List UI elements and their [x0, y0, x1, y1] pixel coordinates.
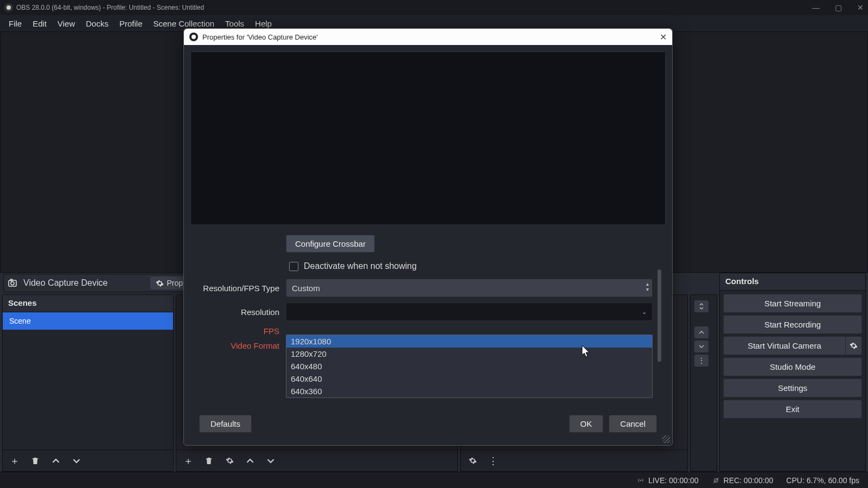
- mixer-toolbar: ⋮: [461, 450, 687, 471]
- transition-menu-button[interactable]: ⋮: [694, 355, 709, 367]
- vcam-settings-button[interactable]: [845, 337, 861, 355]
- status-rec: REC: 00:00:00: [712, 476, 774, 485]
- start-recording-button[interactable]: Start Recording: [723, 315, 862, 334]
- resolution-type-label: Resolution/FPS Type: [194, 284, 286, 293]
- resolution-option[interactable]: 1280x720: [286, 348, 652, 360]
- menu-view[interactable]: View: [52, 17, 80, 30]
- video-format-label: Video Format: [194, 341, 286, 350]
- ok-button[interactable]: OK: [569, 415, 604, 433]
- device-preview: [190, 52, 666, 225]
- controls-header: Controls: [720, 273, 865, 291]
- dialog-scrollbar[interactable]: [658, 269, 661, 362]
- gear-icon: [156, 279, 164, 287]
- resolution-select[interactable]: ⌄: [286, 303, 653, 321]
- close-window-icon[interactable]: ✕: [857, 3, 864, 12]
- duration-up-button[interactable]: [694, 326, 709, 338]
- source-item-bar[interactable]: Video Capture Device Prop: [3, 274, 193, 292]
- scene-item[interactable]: Scene: [3, 312, 173, 330]
- scene-down-button[interactable]: [69, 453, 84, 468]
- start-virtual-camera-button[interactable]: Start Virtual Camera: [723, 336, 862, 355]
- resolution-label: Resolution: [194, 307, 286, 317]
- resolution-option[interactable]: 1920x1080: [286, 335, 652, 348]
- transitions-panel: ⋮: [690, 294, 717, 472]
- resize-grip[interactable]: [662, 435, 670, 443]
- remove-scene-button[interactable]: [28, 453, 43, 468]
- mixer-menu-button[interactable]: ⋮: [486, 453, 501, 468]
- source-down-button[interactable]: [263, 453, 278, 468]
- studio-mode-button[interactable]: Studio Mode: [723, 357, 862, 376]
- window-title-text: OBS 28.0.0 (64-bit, windows) - Profile: …: [16, 4, 204, 11]
- maximize-icon[interactable]: ▢: [835, 3, 842, 12]
- settings-button[interactable]: Settings: [723, 378, 862, 397]
- deactivate-checkbox[interactable]: [289, 262, 298, 271]
- status-bar: LIVE: 00:00:00 REC: 00:00:00 CPU: 6.7%, …: [0, 472, 868, 488]
- controls-panel: Controls Start Streaming Start Recording…: [719, 273, 866, 472]
- chevron-down-icon: ⌄: [642, 309, 647, 316]
- dialog-titlebar[interactable]: Properties for 'Video Capture Device' ✕: [184, 29, 672, 45]
- duration-down-button[interactable]: [694, 341, 709, 352]
- source-up-button[interactable]: [242, 453, 258, 468]
- transition-spin-button[interactable]: [694, 300, 709, 312]
- svg-rect-0: [9, 280, 16, 286]
- properties-button[interactable]: Prop: [150, 277, 188, 290]
- window-titlebar: OBS 28.0.0 (64-bit, windows) - Profile: …: [0, 0, 868, 15]
- resolution-type-value: Custom: [292, 284, 320, 293]
- dialog-close-button[interactable]: ✕: [660, 32, 667, 42]
- scenes-panel: Scenes Scene ＋: [2, 294, 174, 472]
- cancel-button[interactable]: Cancel: [609, 415, 657, 433]
- app-icon: [189, 33, 198, 41]
- source-properties-button[interactable]: [222, 453, 237, 468]
- properties-dialog: Properties for 'Video Capture Device' ✕ …: [183, 28, 673, 446]
- start-vcam-label: Start Virtual Camera: [726, 341, 843, 350]
- resolution-option[interactable]: 640x480: [286, 360, 652, 373]
- scene-up-button[interactable]: [48, 453, 63, 468]
- sources-toolbar: ＋: [176, 450, 457, 471]
- mixer-settings-button[interactable]: [465, 453, 480, 468]
- minimize-icon[interactable]: —: [812, 3, 820, 12]
- source-item-label: Video Capture Device: [23, 278, 107, 288]
- deactivate-label: Deactivate when not showing: [304, 261, 417, 271]
- menu-edit[interactable]: Edit: [27, 17, 52, 30]
- camera-icon: [8, 279, 19, 287]
- svg-point-1: [11, 282, 14, 285]
- resolution-option[interactable]: 640x640: [286, 373, 652, 385]
- record-icon: [712, 476, 720, 485]
- menu-file[interactable]: File: [3, 17, 27, 30]
- resolution-type-select[interactable]: Custom ▴▾: [286, 279, 653, 297]
- remove-source-button[interactable]: [201, 453, 216, 468]
- spin-icon: ▴▾: [646, 281, 649, 292]
- properties-button-label: Prop: [167, 279, 183, 287]
- add-source-button[interactable]: ＋: [181, 453, 196, 468]
- add-scene-button[interactable]: ＋: [7, 453, 22, 468]
- configure-crossbar-button[interactable]: Configure Crossbar: [286, 235, 375, 253]
- app-icon: [4, 3, 13, 12]
- broadcast-icon: [636, 476, 645, 485]
- resolution-dropdown: 1920x1080 1280x720 640x480 640x640 640x3…: [286, 335, 653, 398]
- defaults-button[interactable]: Defaults: [199, 415, 252, 433]
- status-live: LIVE: 00:00:00: [636, 476, 699, 485]
- start-streaming-button[interactable]: Start Streaming: [723, 294, 862, 313]
- resolution-option[interactable]: 640x360: [286, 385, 652, 397]
- scenes-header: Scenes: [3, 295, 173, 312]
- menu-profile[interactable]: Profile: [114, 17, 148, 30]
- scenes-toolbar: ＋: [3, 450, 173, 471]
- dialog-title-text: Properties for 'Video Capture Device': [202, 33, 318, 41]
- status-cpu: CPU: 6.7%, 60.00 fps: [786, 476, 859, 485]
- exit-button[interactable]: Exit: [723, 400, 862, 419]
- fps-label: FPS: [194, 326, 286, 336]
- menu-docks[interactable]: Docks: [80, 17, 114, 30]
